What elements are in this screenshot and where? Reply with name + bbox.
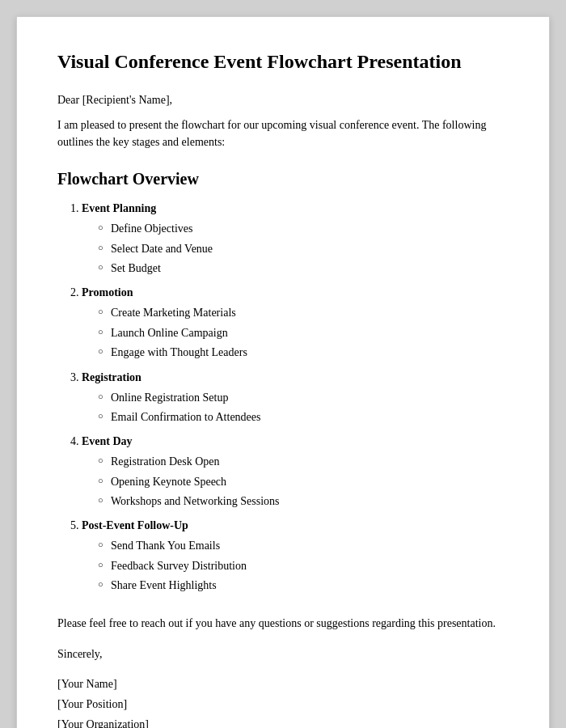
list-item: Set Budget — [98, 260, 509, 277]
list-item: Workshops and Networking Sessions — [98, 493, 509, 510]
flowchart-heading: Flowchart Overview — [57, 170, 509, 188]
list-item: Feedback Survey Distribution — [98, 557, 509, 575]
sub-list: Send Thank You EmailsFeedback Survey Dis… — [82, 537, 509, 595]
list-item: Event PlanningDefine ObjectivesSelect Da… — [82, 200, 509, 277]
sub-list: Online Registration SetupEmail Confirmat… — [82, 389, 509, 427]
list-item: Share Event Highlights — [98, 577, 509, 595]
flowchart-list: Event PlanningDefine ObjectivesSelect Da… — [57, 200, 509, 595]
document-title: Visual Conference Event Flowchart Presen… — [57, 49, 509, 74]
list-item: Post-Event Follow-UpSend Thank You Email… — [82, 517, 509, 595]
list-item: Launch Online Campaign — [98, 324, 509, 342]
list-item: Online Registration Setup — [98, 389, 509, 407]
sub-list: Registration Desk OpenOpening Keynote Sp… — [82, 453, 509, 510]
list-item: Create Marketing Materials — [98, 304, 509, 322]
sincerely: Sincerely, — [57, 648, 509, 661]
list-item: Opening Keynote Speech — [98, 473, 509, 491]
document-container: Visual Conference Event Flowchart Presen… — [16, 16, 550, 728]
salutation: Dear [Recipient's Name], — [57, 94, 509, 107]
list-item: Email Confirmation to Attendees — [98, 408, 509, 426]
list-item: Registration Desk Open — [98, 453, 509, 471]
signature-block: [Your Name] [Your Position] [Your Organi… — [57, 674, 509, 728]
list-item: Send Thank You Emails — [98, 537, 509, 555]
list-item: Define Objectives — [98, 220, 509, 238]
closing-paragraph: Please feel free to reach out if you hav… — [57, 615, 509, 632]
sub-list: Define ObjectivesSelect Date and VenueSe… — [82, 220, 509, 277]
list-item: Select Date and Venue — [98, 240, 509, 258]
signature-organization: [Your Organization] — [57, 714, 509, 728]
intro-paragraph: I am pleased to present the flowchart fo… — [57, 116, 509, 150]
list-item: Event DayRegistration Desk OpenOpening K… — [82, 433, 509, 510]
list-item: PromotionCreate Marketing MaterialsLaunc… — [82, 284, 509, 362]
list-item: RegistrationOnline Registration SetupEma… — [82, 369, 509, 427]
list-item: Engage with Thought Leaders — [98, 344, 509, 362]
sub-list: Create Marketing MaterialsLaunch Online … — [82, 304, 509, 362]
signature-name: [Your Name] — [57, 674, 509, 694]
signature-position: [Your Position] — [57, 694, 509, 714]
